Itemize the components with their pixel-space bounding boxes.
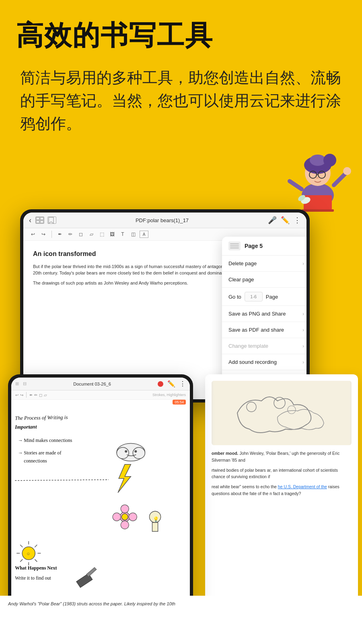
doc-panel-content: omber mood. John Wesley, 'Polar Bears,' …: [205, 374, 358, 608]
svg-text:Write it to find out: Write it to find out: [15, 575, 51, 581]
svg-point-40: [125, 450, 127, 453]
clear-page-label: Clear page: [228, 277, 254, 283]
phone-screen: ⊞ ⊟ Document 03-26_6 ✏️ ⋮ ↩ ↪ ✒ ✏ ◻ ▱ St…: [11, 378, 190, 605]
goto-page-suffix: Page: [266, 294, 278, 300]
toolbar-separator: [51, 231, 52, 238]
more-options-icon[interactable]: ⋮: [294, 216, 301, 225]
doc-caption-bold: omber mood.: [212, 451, 239, 456]
eraser-icon[interactable]: ▱: [87, 230, 95, 238]
svg-text:→ Stories are made of: → Stories are made of: [18, 450, 61, 456]
add-sound-arrow: ›: [302, 359, 304, 365]
svg-point-3: [343, 167, 351, 175]
svg-text:→ Mind makes connections: → Mind makes connections: [18, 438, 72, 443]
media-icon[interactable]: ◫: [129, 230, 137, 238]
delete-page-arrow: ›: [302, 261, 304, 266]
menu-item-change-template[interactable]: Change template ›: [222, 338, 306, 354]
menu-page-label: Page 5: [245, 243, 263, 249]
highlighter-icon[interactable]: ◻: [77, 230, 85, 238]
svg-rect-53: [213, 381, 350, 445]
svg-text:The Process of Writing is: The Process of Writing is: [15, 414, 68, 421]
document-panel: omber mood. John Wesley, 'Polar Bears,' …: [205, 374, 358, 608]
tablet-screen: ‹ PDF:polar bears(1)_17: [23, 213, 306, 399]
svg-point-38: [117, 447, 129, 458]
doc-caption: omber mood. John Wesley, 'Polar Bears,' …: [212, 450, 352, 464]
goto-input[interactable]: [245, 292, 263, 301]
phone-undo[interactable]: ↩: [15, 393, 19, 397]
back-button[interactable]: ‹: [29, 216, 31, 225]
phone-pen[interactable]: ✒: [29, 393, 33, 397]
svg-text:Important: Important: [14, 423, 37, 430]
phone-edit-icon[interactable]: ✏️: [167, 380, 175, 388]
toolbar-layout-icons: [35, 217, 56, 224]
save-pdf-label: Save as PDF and share: [228, 327, 284, 333]
menu-item-delete-page[interactable]: Delete page ›: [222, 256, 306, 272]
svg-point-46: [129, 513, 137, 521]
text-box-icon[interactable]: T: [119, 230, 127, 238]
svg-line-34: [20, 559, 23, 562]
menu-item-save-png[interactable]: Save as PNG and Share ›: [222, 306, 306, 322]
change-template-arrow: ›: [302, 343, 304, 349]
pencil-tool-icon[interactable]: ✏: [66, 230, 74, 238]
delete-page-label: Delete page: [228, 260, 257, 266]
font-icon[interactable]: A: [140, 231, 148, 238]
svg-rect-18: [36, 221, 39, 223]
svg-point-45: [113, 513, 121, 521]
svg-point-43: [121, 505, 129, 513]
svg-line-31: [20, 545, 23, 547]
phone-drawing-toolbar: ↩ ↪ ✒ ✏ ◻ ▱ Strokes, Highlighters: [11, 390, 190, 400]
menu-item-save-pdf[interactable]: Save as PDF and share ›: [222, 322, 306, 338]
add-sound-label: Add sound recording: [228, 359, 277, 365]
menu-item-goto: Go to Page: [222, 288, 306, 306]
svg-text:💡: 💡: [153, 516, 159, 522]
image-icon[interactable]: 🖼: [108, 230, 116, 238]
tablet-device: ‹ PDF:polar bears(1)_17: [20, 209, 310, 402]
menu-item-add-sound[interactable]: Add sound recording ›: [222, 354, 306, 370]
pen-icon[interactable]: ✒: [56, 230, 64, 238]
phone-highlighter[interactable]: ◻: [39, 393, 42, 397]
character-illustration: [282, 133, 354, 213]
bear-sketch-image: [212, 381, 352, 445]
phone-toolbar-icons: ⊞ ⊟: [15, 381, 27, 386]
selection-icon[interactable]: ⬚: [98, 230, 106, 238]
svg-rect-5: [302, 209, 334, 212]
dept-link[interactable]: he U.S. Department of the: [278, 484, 327, 489]
andy-warhol-text: Andy Warhol's "Polar Bear" (1983) struts…: [8, 601, 175, 606]
phone-device: ⊞ ⊟ Document 03-26_6 ✏️ ⋮ ↩ ↪ ✒ ✏ ◻ ▱ St…: [8, 374, 193, 608]
svg-text:☺: ☺: [26, 551, 30, 556]
menu-item-clear-page[interactable]: Clear page: [222, 272, 306, 288]
header-section: 高效的书写工具 简洁与易用的多种工具，助您创造出自然、流畅的手写笔记。当然，您也…: [0, 0, 362, 143]
phone-redo[interactable]: ↪: [20, 393, 23, 397]
phone-toolbar-sep: [26, 392, 27, 398]
svg-point-44: [121, 521, 129, 529]
grid-icon: [35, 217, 44, 224]
save-png-arrow: ›: [302, 311, 304, 317]
bottom-strip-text: Andy Warhol's "Polar Bear" (1983) struts…: [8, 601, 354, 608]
svg-line-32: [35, 559, 37, 562]
bottom-strip: Andy Warhol's "Polar Bear" (1983) struts…: [0, 596, 362, 644]
svg-marker-36: [118, 464, 131, 493]
svg-text:What Happens Next: What Happens Next: [15, 565, 57, 571]
page-icon: [228, 242, 241, 250]
svg-rect-16: [36, 217, 39, 220]
save-png-label: Save as PNG and Share: [228, 311, 286, 317]
phone-eraser[interactable]: ▱: [44, 393, 47, 397]
handwriting-svg: The Process of Writing is Important → Mi…: [11, 400, 190, 598]
phone-toolbar: ⊞ ⊟ Document 03-26_6 ✏️ ⋮: [11, 378, 190, 390]
strokes-label: Strokes, Highlighters: [152, 393, 186, 397]
redo-icon[interactable]: ↪: [39, 230, 47, 238]
svg-rect-49: [152, 522, 158, 531]
microphone-icon[interactable]: 🎤: [268, 216, 277, 225]
phone-more-icon[interactable]: ⋮: [179, 380, 186, 388]
svg-point-39: [133, 447, 145, 458]
subtitle-text: 简洁与易用的多种工具，助您创造出自然、流畅的手写笔记。当然，您也可以使用云记来进…: [16, 66, 346, 135]
edit-icon[interactable]: ✏️: [281, 216, 290, 225]
toolbar-right-controls: 🎤 ✏️ ⋮: [268, 216, 301, 225]
svg-rect-17: [40, 217, 43, 220]
save-pdf-arrow: ›: [302, 327, 304, 333]
document-title[interactable]: PDF:polar bears(1)_17: [60, 217, 264, 223]
svg-line-2: [334, 173, 346, 185]
svg-text:connections: connections: [24, 458, 47, 464]
phone-pencil[interactable]: ✏: [34, 393, 37, 397]
goto-label: Go to: [228, 294, 241, 300]
undo-icon[interactable]: ↩: [29, 230, 37, 238]
